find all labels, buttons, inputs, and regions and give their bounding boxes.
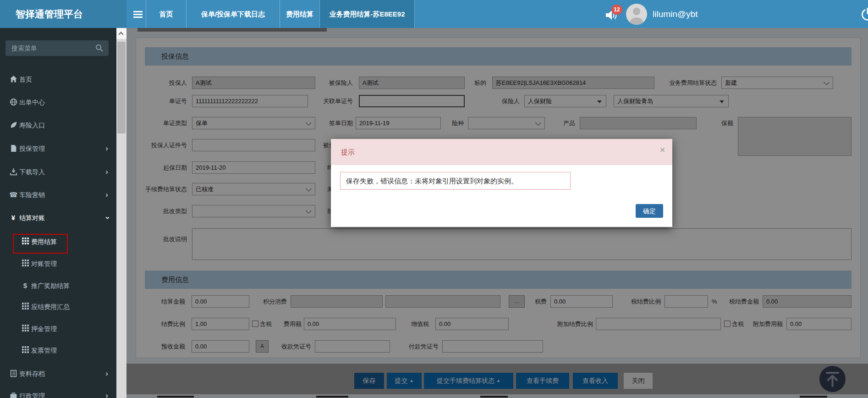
sidebar-item-settlement[interactable]: ¥ 结算对账 ›: [0, 207, 116, 229]
user-email[interactable]: lilumin@ybt: [653, 0, 698, 28]
yen-icon: ¥: [9, 214, 17, 222]
leaf-icon: [9, 121, 17, 129]
sidebar-scrollbar[interactable]: [116, 28, 126, 398]
brand-logo[interactable]: 智择通管理平台: [0, 0, 126, 28]
scroll-up-button[interactable]: [116, 28, 126, 39]
active-item-highlight-box: [13, 234, 68, 254]
grid-icon: [21, 346, 29, 354]
modal-header: 提示 ×: [331, 139, 672, 165]
download-icon: [9, 168, 17, 176]
error-message: 保存失败，错误信息：未将对象引用设置到对象的实例。: [346, 172, 518, 189]
close-icon[interactable]: ×: [660, 145, 665, 154]
left-sidebar: 首页 出单中心 寿险入口 投保管理 › 下载导入 › ☎ 车险营销 › ¥ 结算…: [0, 28, 116, 398]
tab-home[interactable]: 首页: [146, 0, 186, 28]
chevron-up-icon: [118, 32, 123, 37]
globe-icon: [9, 98, 17, 106]
sidebar-item-archive[interactable]: 资料存档 ›: [0, 363, 116, 385]
sidebar-item-payable-summary[interactable]: 应结费用汇总: [0, 296, 116, 318]
sidebar-item-invoice-mgmt[interactable]: 发票管理: [0, 339, 116, 361]
sidebar-item-life-insurance[interactable]: 寿险入口: [0, 114, 116, 136]
search-icon[interactable]: [95, 44, 103, 52]
chevron-down-icon: ›: [97, 216, 116, 219]
main-content: 投保信息 投保人 被保险人 标的 业务费用结算状态 新建 单证号 关联单证号 保…: [126, 28, 868, 398]
sidebar-item-issue-center[interactable]: 出单中心: [0, 91, 116, 113]
chevron-right-icon: ›: [105, 385, 108, 398]
briefcase-icon: [9, 392, 17, 398]
sidebar-item-admin-mgmt[interactable]: 行政管理 ›: [0, 385, 116, 398]
grid-icon: [21, 325, 29, 333]
tab-download-log[interactable]: 保单/投保单下载日志: [186, 0, 280, 28]
sidebar-item-deposit-mgmt[interactable]: 押金管理: [0, 318, 116, 340]
search-input[interactable]: [5, 40, 109, 56]
chevron-right-icon: ›: [105, 363, 108, 385]
grid-icon: [21, 260, 29, 268]
alert-modal: 提示 × 保存失败，错误信息：未将对象引用设置到对象的实例。 确定: [331, 139, 672, 227]
logout-power-icon[interactable]: [861, 7, 868, 21]
phone-icon: ☎: [9, 191, 17, 199]
file-icon: [9, 144, 17, 153]
book-icon: [9, 370, 17, 378]
error-alert-box: 保存失败，错误信息：未将对象引用设置到对象的实例。: [340, 172, 571, 190]
home-icon: [9, 75, 17, 83]
scrollbar-thumb[interactable]: [117, 42, 126, 133]
sidebar-item-promo-reward[interactable]: $ 推广奖励结算: [0, 275, 116, 297]
sidebar-item-reconciliation[interactable]: 对账管理: [0, 253, 116, 275]
top-navbar: 智择通管理平台 首页 保单/投保单下载日志 费用结算 业务费用结算-苏E8EE9…: [0, 0, 868, 28]
chevron-right-icon: ›: [105, 138, 108, 160]
sidebar-item-auto-marketing[interactable]: ☎ 车险营销 ›: [0, 184, 116, 206]
dollar-icon: $: [21, 282, 29, 290]
app-window: 智择通管理平台 首页 保单/投保单下载日志 费用结算 业务费用结算-苏E8EE9…: [0, 0, 868, 398]
sidebar-item-policy-mgmt[interactable]: 投保管理 ›: [0, 138, 116, 160]
sidebar-item-download-import[interactable]: 下载导入 ›: [0, 161, 116, 183]
ok-button[interactable]: 确定: [636, 204, 663, 218]
notification-badge[interactable]: 12: [611, 5, 622, 15]
tab-fee-settlement[interactable]: 费用结算: [280, 0, 319, 28]
sidebar-toggle-icon[interactable]: [130, 0, 146, 28]
chevron-right-icon: ›: [105, 161, 108, 183]
modal-title: 提示: [341, 139, 355, 165]
tab-biz-fee-settlement-active[interactable]: 业务费用结算-苏E8EE92: [319, 0, 415, 28]
user-avatar[interactable]: [626, 4, 647, 25]
grid-icon: [21, 303, 29, 311]
person-icon: [626, 4, 647, 25]
sidebar-item-home[interactable]: 首页: [0, 68, 116, 90]
chevron-right-icon: ›: [105, 184, 108, 206]
